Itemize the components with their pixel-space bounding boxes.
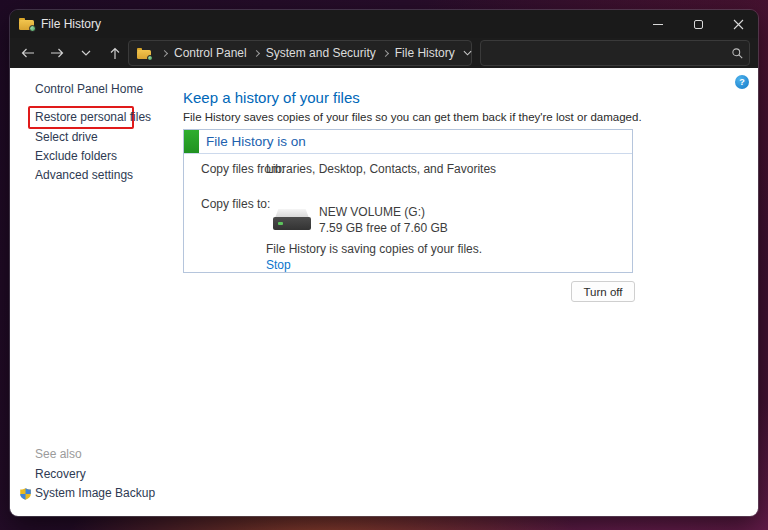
sidebar-item-select-drive[interactable]: Select drive xyxy=(35,130,98,144)
up-arrow-icon xyxy=(109,47,121,60)
hard-drive-icon xyxy=(273,206,311,234)
breadcrumb-separator-icon xyxy=(161,49,168,56)
stop-link[interactable]: Stop xyxy=(266,258,291,272)
window-controls xyxy=(638,10,758,38)
see-also-label: See also xyxy=(35,447,82,461)
chevron-down-icon xyxy=(81,50,91,56)
forward-arrow-icon xyxy=(50,47,64,59)
up-button[interactable] xyxy=(102,40,128,66)
drive-free-space: 7.59 GB free of 7.60 GB xyxy=(319,221,448,235)
copy-from-value: Libraries, Desktop, Contacts, and Favori… xyxy=(266,162,496,176)
search-input[interactable] xyxy=(481,41,725,65)
maximize-icon xyxy=(694,20,703,29)
page-title: Keep a history of your files xyxy=(183,89,360,106)
address-bar[interactable]: Control Panel System and Security File H… xyxy=(128,40,472,66)
forward-button[interactable] xyxy=(44,40,70,66)
turn-off-button[interactable]: Turn off xyxy=(571,281,635,302)
breadcrumb-file-history[interactable]: File History xyxy=(395,46,455,60)
desktop-background: File History xyxy=(0,0,768,530)
status-green-indicator xyxy=(184,130,199,153)
breadcrumb-folder-icon xyxy=(137,48,151,59)
window-title: File History xyxy=(41,17,101,31)
file-history-status-panel: File History is on Copy files from: Libr… xyxy=(183,129,633,273)
navigation-bar: Control Panel System and Security File H… xyxy=(10,38,758,68)
back-button[interactable] xyxy=(15,40,41,66)
chevron-down-icon xyxy=(463,50,472,56)
uac-shield-icon xyxy=(19,487,32,501)
recent-locations-button[interactable] xyxy=(73,40,99,66)
close-icon xyxy=(733,19,744,30)
sidebar-item-control-panel-home[interactable]: Control Panel Home xyxy=(35,82,143,96)
maximize-button[interactable] xyxy=(678,10,718,38)
breadcrumb-separator-icon xyxy=(382,49,389,56)
activity-status-text: File History is saving copies of your fi… xyxy=(266,242,482,256)
search-box[interactable] xyxy=(480,40,750,66)
address-dropdown-button[interactable] xyxy=(455,41,481,65)
close-button[interactable] xyxy=(718,10,758,38)
status-header: File History is on xyxy=(184,130,632,154)
sidebar-item-system-image-backup[interactable]: System Image Backup xyxy=(35,486,155,500)
sidebar-item-recovery[interactable]: Recovery xyxy=(35,467,86,481)
file-history-window: File History xyxy=(10,10,758,516)
minimize-icon xyxy=(653,24,663,25)
minimize-button[interactable] xyxy=(638,10,678,38)
history-badge-icon xyxy=(29,25,36,32)
breadcrumb-control-panel[interactable]: Control Panel xyxy=(174,46,247,60)
search-icon xyxy=(731,47,744,60)
file-history-app-icon xyxy=(19,18,34,30)
sidebar-item-restore-personal-files[interactable]: Restore personal files xyxy=(35,110,151,124)
breadcrumb-system-and-security[interactable]: System and Security xyxy=(266,46,376,60)
drive-name: NEW VOLUME (G:) xyxy=(319,205,425,219)
title-bar[interactable]: File History xyxy=(10,10,758,38)
breadcrumb-separator-icon xyxy=(253,49,260,56)
sidebar-item-exclude-folders[interactable]: Exclude folders xyxy=(35,149,117,163)
content-area: Control Panel Home Restore personal file… xyxy=(10,68,758,516)
status-title: File History is on xyxy=(206,134,306,149)
page-description: File History saves copies of your files … xyxy=(183,111,642,123)
help-button[interactable] xyxy=(735,75,749,89)
sidebar-item-advanced-settings[interactable]: Advanced settings xyxy=(35,168,133,182)
back-arrow-icon xyxy=(21,47,35,59)
copy-to-label: Copy files to: xyxy=(201,197,270,211)
